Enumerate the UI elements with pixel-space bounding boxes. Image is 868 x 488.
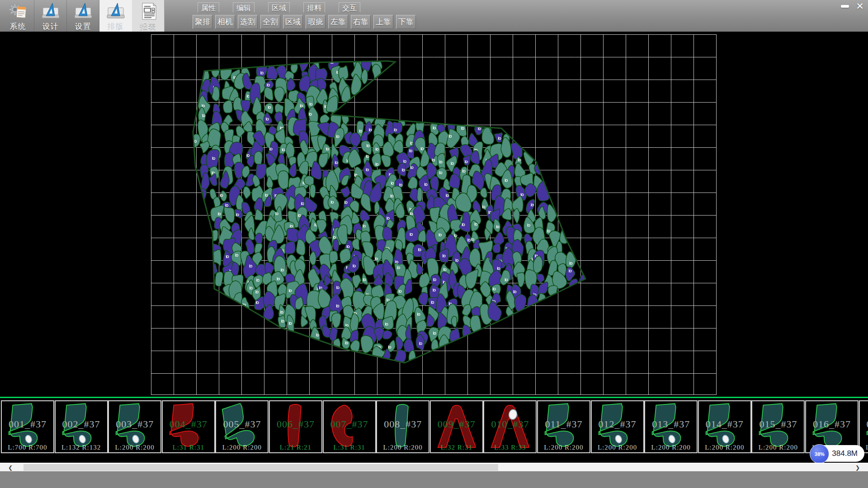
- piece-shape: [646, 402, 696, 451]
- thumbnail-piece-009_#37[interactable]: 009_#37 L:32 R:31: [430, 400, 483, 453]
- scrollbar-thumb[interactable]: [24, 464, 498, 471]
- piece-shape: [593, 402, 642, 451]
- thumbnail-piece-012_#37[interactable]: 012_#37 L:200 R:200: [591, 400, 644, 453]
- tool-button-cluster-nest[interactable]: 聚排: [193, 15, 212, 29]
- system-icon: [8, 2, 28, 20]
- top-toolbar: 系统 设计 设置 排版 报表 属性编辑区域排料交互 聚排相机选割全割区域瑕疵: [0, 0, 868, 32]
- tool-button-camera[interactable]: 相机: [215, 15, 235, 29]
- workspace: [0, 32, 868, 397]
- thumbnail-strip: 001_#37 L:700 R:700 002_#37 L:132 R:132 …: [0, 397, 868, 463]
- piece-shape: [3, 402, 52, 451]
- piece-shape: [753, 402, 803, 451]
- toolbar-item-label: 设置: [75, 21, 91, 32]
- toolbar-item-system[interactable]: 系统: [2, 0, 34, 32]
- minimize-icon: [841, 5, 849, 8]
- thumbnail-piece-002_#37[interactable]: 002_#37 L:132 R:132: [55, 400, 108, 453]
- thumbnail-piece-015_#37[interactable]: 015_#37 L:200 R:200: [751, 400, 805, 453]
- thumbnail-piece-006_#37[interactable]: 006_#37 L:21 R:21: [269, 400, 322, 453]
- piece-shape: [432, 402, 481, 451]
- toolbar-item-nesting[interactable]: 排版: [99, 0, 132, 32]
- horizontal-scrollbar[interactable]: ❮ ❯: [0, 463, 868, 471]
- piece-shape: [485, 402, 535, 451]
- close-button[interactable]: ✕: [853, 1, 867, 11]
- thumbnail-piece-011_#37[interactable]: 011_#37 L:200 R:200: [537, 400, 590, 453]
- close-icon: ✕: [856, 1, 864, 12]
- piece-shape: [57, 402, 106, 451]
- thumbnail-piece-008_#37[interactable]: 008_#37 L:200 R:200: [376, 400, 429, 453]
- scroll-right-button[interactable]: ❯: [847, 464, 868, 471]
- thumbnail-piece-014_#37[interactable]: 014_#37 L:200 R:200: [698, 400, 751, 453]
- piece-shape: [271, 402, 321, 451]
- strip-top-line: [0, 397, 868, 398]
- piece-shape: [217, 402, 267, 451]
- tool-button-row: 聚排相机选割全割区域瑕疵左靠右靠上靠下靠: [193, 15, 416, 29]
- piece-shape: [807, 402, 857, 451]
- menu-tab-region[interactable]: 区域: [268, 2, 290, 13]
- thumbnail-piece-007_#37[interactable]: 007_#37 L:31 R:31: [323, 400, 376, 453]
- scroll-left-button[interactable]: ❮: [0, 464, 21, 471]
- report-icon: [138, 2, 159, 20]
- triangle-ruler-icon: [73, 2, 94, 20]
- tool-button-snap-bottom[interactable]: 下靠: [396, 15, 416, 29]
- toolbar-item-label: 报表: [140, 21, 156, 32]
- piece-shape: [110, 402, 160, 451]
- piece-shape: [164, 402, 213, 451]
- tool-button-snap-top[interactable]: 上靠: [373, 15, 393, 29]
- piece-shape: [325, 402, 374, 451]
- triangle-ruler-icon: [105, 2, 126, 20]
- menu-tab-edit[interactable]: 编辑: [233, 2, 255, 13]
- toolbar-item-settings[interactable]: 设置: [67, 0, 99, 32]
- menu-tab-row: 属性编辑区域排料交互: [198, 2, 360, 13]
- window-controls: ✕: [838, 1, 867, 11]
- piece-shape: [378, 402, 428, 451]
- app-window: 系统 设计 设置 排版 报表 属性编辑区域排料交互 聚排相机选割全割区域瑕疵: [0, 0, 868, 488]
- app-toolbar: 系统 设计 设置 排版 报表: [2, 0, 165, 32]
- memory-status-badge: 38% 384.8M: [811, 445, 864, 462]
- tool-button-region[interactable]: 区域: [283, 15, 303, 29]
- tool-button-defect[interactable]: 瑕疵: [306, 15, 326, 29]
- toolbar-item-design[interactable]: 设计: [34, 0, 67, 32]
- thumbnail-piece-005_#37[interactable]: 005_#37 L:200 R:200: [215, 400, 269, 453]
- minimize-button[interactable]: [838, 1, 852, 11]
- nesting-canvas[interactable]: [151, 34, 717, 395]
- tool-button-snap-right[interactable]: 右靠: [351, 15, 371, 29]
- tool-button-select-cut[interactable]: 选割: [238, 15, 258, 29]
- toolbar-item-label: 系统: [10, 21, 26, 32]
- thumbnail-piece-017_#37[interactable]: 017_#37 L:200 R:200: [859, 400, 868, 453]
- piece-shape: [700, 402, 750, 451]
- menu-tab-properties[interactable]: 属性: [198, 2, 219, 13]
- progress-circle: 38%: [810, 444, 829, 463]
- piece-shape: [539, 402, 589, 451]
- triangle-ruler-icon: [40, 2, 61, 20]
- thumbnail-piece-010_#37[interactable]: 010_#37 L:33 R:33: [483, 400, 537, 453]
- thumbnail-piece-003_#37[interactable]: 003_#37 L:200 R:200: [108, 400, 161, 453]
- thumbnail-piece-001_#37[interactable]: 001_#37 L:700 R:700: [1, 400, 54, 453]
- tool-button-snap-left[interactable]: 左靠: [328, 15, 348, 29]
- memory-label: 384.8M: [832, 449, 858, 458]
- menu-tab-interact[interactable]: 交互: [339, 2, 360, 13]
- toolbar-item-label: 设计: [42, 21, 59, 32]
- menu-tab-nest[interactable]: 排料: [303, 2, 325, 13]
- thumbnail-piece-013_#37[interactable]: 013_#37 L:200 R:200: [644, 400, 698, 453]
- window-bottom-frame: [0, 471, 868, 488]
- toolbar-item-label: 排版: [108, 21, 124, 32]
- piece-shape: [861, 402, 868, 451]
- toolbar-item-report[interactable]: 报表: [132, 0, 165, 32]
- tool-button-cut-all[interactable]: 全割: [260, 15, 280, 29]
- thumbnail-piece-004_#37[interactable]: 004_#37 L:31 R:31: [162, 400, 215, 453]
